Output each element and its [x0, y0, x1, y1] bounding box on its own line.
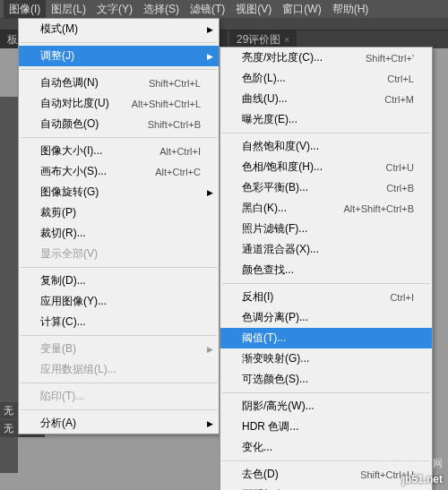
menu-item-label: 色彩平衡(B)...	[242, 180, 308, 195]
menu-item-label: 去色(D)	[242, 467, 279, 482]
menu-item[interactable]: 色相/饱和度(H)...Ctrl+U	[220, 157, 432, 177]
menu-item[interactable]: 可选颜色(S)...	[220, 369, 432, 390]
menu-item[interactable]: 裁切(R)...	[19, 223, 219, 244]
menu-item[interactable]: 变化...	[220, 437, 432, 458]
menu-item-label: 自动色调(N)	[40, 75, 99, 90]
menu-文字[interactable]: 文字(Y)	[91, 0, 138, 19]
menu-item[interactable]: 通道混合器(X)...	[220, 239, 432, 260]
menu-item[interactable]: 阴影/高光(W)...	[220, 396, 432, 417]
submenu-arrow-icon: ▶	[207, 188, 213, 197]
menu-item-label: 分析(A)	[40, 416, 76, 431]
menu-帮助[interactable]: 帮助(H)	[327, 0, 375, 19]
shortcut: Shift+Ctrl+B	[148, 119, 201, 130]
menu-item-label: 裁切(R)...	[40, 226, 86, 241]
menu-item[interactable]: 色调分离(P)...	[220, 307, 432, 328]
menu-item[interactable]: 模式(M)▶	[19, 19, 219, 39]
menu-item-label: 渐变映射(G)...	[242, 351, 309, 366]
menu-item[interactable]: 自动对比度(U)Alt+Shift+Ctrl+L	[19, 93, 219, 114]
menu-item: 应用数据组(L)...	[19, 359, 219, 380]
close-icon[interactable]: ×	[284, 35, 289, 45]
menu-item[interactable]: 曝光度(E)...	[220, 109, 432, 130]
menu-item-label: 计算(C)...	[40, 314, 86, 330]
menu-item[interactable]: 自然饱和度(V)...	[220, 136, 432, 157]
menu-item[interactable]: 亮度/对比度(C)...Shift+Ctrl+'	[220, 47, 432, 68]
shortcut: Ctrl+L	[387, 73, 414, 84]
menu-item[interactable]: 色阶(L)...Ctrl+L	[220, 68, 432, 89]
menu-item-label: 黑白(K)...	[242, 201, 287, 216]
shortcut: Ctrl+I	[390, 292, 414, 303]
menu-item-label: 色调分离(P)...	[242, 310, 308, 325]
menu-item-label: 复制(D)...	[40, 273, 86, 288]
menu-item[interactable]: 图像大小(I)...Alt+Ctrl+I	[19, 141, 219, 161]
menu-item[interactable]: 复制(D)...	[19, 271, 219, 291]
menu-item[interactable]: 阈值(T)...	[220, 328, 432, 348]
tab-label: 29评价图	[237, 32, 280, 47]
menu-item[interactable]: 图像旋转(G)▶	[19, 182, 219, 202]
menu-item[interactable]: HDR 色调...	[220, 417, 432, 437]
shortcut: Ctrl+M	[384, 94, 414, 105]
menu-item: 陷印(T)...	[19, 386, 219, 407]
menu-item[interactable]: 裁剪(P)	[19, 202, 219, 223]
menu-item-label: 变量(B)	[40, 341, 76, 357]
menu-item[interactable]: 调整(J)▶	[19, 46, 219, 66]
menu-item: 变量(B)▶	[19, 339, 219, 359]
menu-item[interactable]: 分析(A)▶	[19, 413, 219, 434]
separator	[21, 69, 217, 70]
watermark: jb51.net	[402, 470, 443, 486]
shortcut: Ctrl+U	[386, 162, 414, 173]
menu-item-label: 颜色查找...	[242, 262, 294, 278]
image-menu: 模式(M)▶调整(J)▶自动色调(N)Shift+Ctrl+L自动对比度(U)A…	[18, 18, 220, 434]
shortcut: Alt+Ctrl+C	[155, 167, 201, 177]
menu-item-label: 显示全部(V)	[40, 246, 98, 262]
submenu-arrow-icon: ▶	[207, 345, 213, 354]
submenu-arrow-icon: ▶	[207, 419, 213, 428]
menu-item[interactable]: 曲线(U)...Ctrl+M	[220, 89, 432, 109]
watermark-brand: 哲字典 教程网	[381, 457, 443, 470]
menu-item-label: 自然饱和度(V)...	[242, 139, 319, 154]
menu-item[interactable]: 自动颜色(O)Shift+Ctrl+B	[19, 114, 219, 134]
menu-item-label: 曝光度(E)...	[242, 112, 297, 127]
menu-item[interactable]: 反相(I)Ctrl+I	[220, 287, 432, 307]
shortcut: Alt+Ctrl+I	[159, 146, 201, 157]
menu-item[interactable]: 颜色查找...	[220, 260, 432, 280]
separator	[21, 335, 217, 336]
menu-item-label: 亮度/对比度(C)...	[242, 50, 323, 65]
separator	[222, 283, 430, 284]
menu-item-label: 可选颜色(S)...	[242, 372, 308, 387]
menu-item-label: 色相/饱和度(H)...	[242, 159, 323, 175]
menu-item[interactable]: 自动色调(N)Shift+Ctrl+L	[19, 73, 219, 93]
menu-图层[interactable]: 图层(L)	[46, 0, 91, 19]
menu-滤镜[interactable]: 滤镜(T)	[185, 0, 230, 19]
document-tab[interactable]: 29评价图×	[229, 30, 297, 48]
menu-item[interactable]: 应用图像(Y)...	[19, 291, 219, 312]
menu-item-label: 自动颜色(O)	[40, 116, 99, 132]
menu-item[interactable]: 画布大小(S)...Alt+Ctrl+C	[19, 161, 219, 182]
menu-item-label: 色阶(L)...	[242, 71, 286, 86]
watermark-url: jb51.net	[402, 473, 443, 486]
menu-item-label: 曲线(U)...	[242, 91, 288, 107]
shortcut: Alt+Shift+Ctrl+B	[343, 203, 414, 214]
menu-item-label: 阴影/高光(W)...	[242, 399, 314, 414]
menu-item[interactable]: 黑白(K)...Alt+Shift+Ctrl+B	[220, 198, 432, 219]
menu-选择[interactable]: 选择(S)	[138, 0, 185, 19]
menu-item[interactable]: 照片滤镜(F)...	[220, 219, 432, 239]
menu-item-label: 应用数据组(L)...	[40, 362, 116, 377]
menu-item[interactable]: 色彩平衡(B)...Ctrl+B	[220, 177, 432, 198]
menu-窗口[interactable]: 窗口(W)	[277, 0, 326, 19]
menu-图像[interactable]: 图像(I)	[4, 0, 46, 19]
menu-item-label: 陷印(T)...	[40, 389, 84, 404]
menu-item-label: 画布大小(S)...	[40, 164, 107, 179]
menu-视图[interactable]: 视图(V)	[230, 0, 277, 19]
menu-item-label: 调整(J)	[40, 48, 74, 64]
submenu-arrow-icon: ▶	[207, 25, 213, 34]
shortcut: Alt+Shift+Ctrl+L	[132, 99, 201, 109]
separator	[21, 137, 217, 138]
adjustments-submenu: 亮度/对比度(C)...Shift+Ctrl+'色阶(L)...Ctrl+L曲线…	[220, 47, 433, 490]
menu-item: 显示全部(V)	[19, 244, 219, 264]
menu-item[interactable]: 计算(C)...	[19, 312, 219, 332]
menu-item[interactable]: 渐变映射(G)...	[220, 348, 432, 369]
menu-item[interactable]: 匹配颜色(M)...	[220, 485, 432, 490]
separator	[21, 409, 217, 410]
separator	[222, 133, 430, 133]
shortcut: Shift+Ctrl+L	[149, 78, 201, 89]
